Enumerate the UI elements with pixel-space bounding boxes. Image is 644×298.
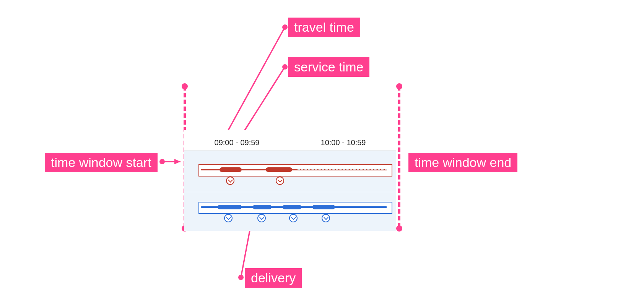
service-segment xyxy=(220,167,242,172)
delivery-stop-icon xyxy=(289,214,298,222)
timeline-header-col1: 09:00 - 09:59 xyxy=(184,135,290,151)
svg-marker-8 xyxy=(174,159,181,164)
delivery-stop-icon xyxy=(226,177,234,185)
timeline-header: 09:00 - 09:59 10:00 - 10:59 xyxy=(184,135,396,151)
timeline-header-col2: 10:00 - 10:59 xyxy=(290,135,396,151)
row-divider xyxy=(184,192,396,192)
service-segment xyxy=(312,205,335,209)
route-track-blue xyxy=(201,206,387,208)
delivery-stop-icon xyxy=(276,177,284,185)
idle-segment xyxy=(298,169,387,172)
route-track-red xyxy=(201,169,387,170)
service-segment xyxy=(283,205,301,209)
timeline-body xyxy=(184,151,396,231)
delivery-stop-icon xyxy=(322,214,330,222)
timeline-panel: 09:00 - 09:59 10:00 - 10:59 xyxy=(184,130,396,231)
delivery-stop-icon xyxy=(257,214,266,222)
service-segment xyxy=(218,205,242,209)
service-segment xyxy=(253,205,272,209)
delivery-stop-icon xyxy=(224,214,233,222)
diagram-stage: { "labels": { "travel_time": "travel tim… xyxy=(0,0,644,298)
service-segment xyxy=(266,167,292,172)
